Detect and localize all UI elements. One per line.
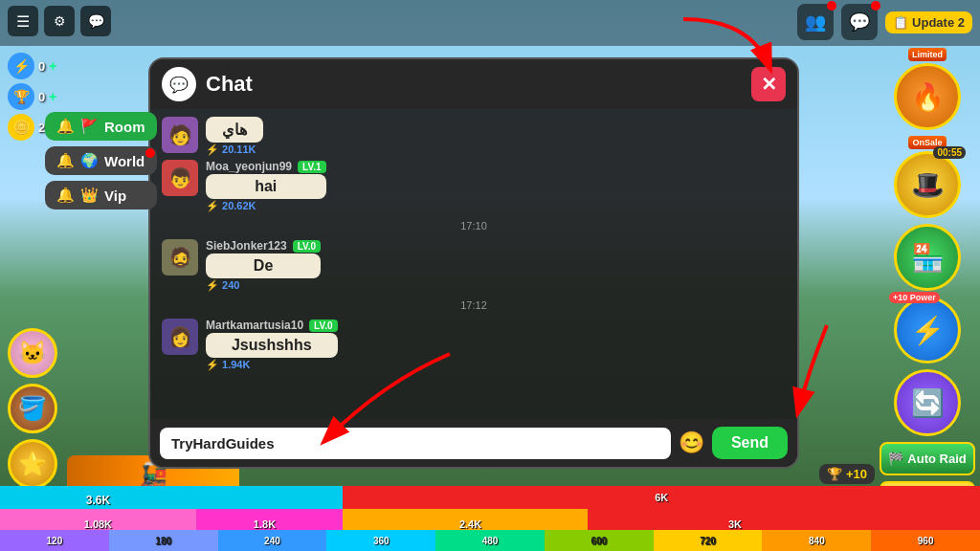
limited-circle[interactable]: 🔥 (894, 63, 961, 130)
bell-world: 🔔 (56, 152, 75, 169)
bar-seg-3-9: 960 (871, 530, 980, 551)
message-power-1: ⚡ 20.11K (206, 143, 263, 156)
timer-badge: 00:55 (933, 146, 966, 159)
char-avatar-1[interactable]: 🐱 (8, 328, 57, 378)
char-avatar-3[interactable]: ⭐ (8, 439, 57, 489)
tab-room[interactable]: 🔔 🚩 Room (45, 112, 157, 141)
bar-seg-3-3: 240 (218, 530, 327, 551)
tab-vip[interactable]: 🔔 👑 Vip (45, 181, 157, 209)
tab-world-label: World (104, 153, 145, 169)
bottom-bars: 6K 3.6K 120 180 240 360 480 600 720 840 … (0, 486, 980, 551)
message-content-4: Martkamartusia10 LV.0 Jsushshhs ⚡ 1.94K (206, 319, 338, 371)
coin-icon: 🪙 (8, 114, 34, 141)
message-meta-2: Moa_yeonjun99 LV.1 (206, 160, 326, 173)
bar-label-2-1: 1.08K (84, 518, 112, 530)
message-block-2: 👦 Moa_yeonjun99 LV.1 hai ⚡ 20.62K (162, 160, 786, 212)
chat-toggle-icon[interactable]: 💬 (841, 4, 878, 40)
tab-room-label: Room (104, 119, 145, 135)
level-badge-4: LV.0 (309, 320, 337, 332)
world-notif-dot (145, 148, 155, 158)
menu-icon[interactable]: ☰ (8, 6, 38, 36)
bar-seg-3-6: 600 (545, 530, 654, 551)
bar-seg-3-7: 720 (654, 530, 763, 551)
bar-seg-3-2: 180 (109, 530, 218, 551)
top-right-bar: 👥 💬 📋 Update 2 (797, 4, 972, 40)
power-circle[interactable]: ⚡ +10 Power (894, 297, 961, 364)
bar-seg-3-4: 360 (326, 530, 435, 551)
message-row-1: 🧑 هاي ⚡ 20.11K (162, 117, 786, 156)
message-block-4: 👩 Martkamartusia10 LV.0 Jsushshhs ⚡ 1.94… (162, 319, 786, 371)
shop-circle[interactable]: 🏪 (894, 224, 961, 291)
tab-vip-label: Vip (104, 187, 126, 204)
message-content-1: هاي ⚡ 20.11K (206, 117, 263, 156)
bar-seg-3-5: 480 (435, 530, 545, 551)
chat-panel: 💬 Chat ✕ 🔔 🚩 Room 🔔 🌍 World 🔔 👑 Vip 🧑 (148, 57, 799, 469)
chat-tabs: 🔔 🚩 Room 🔔 🌍 World 🔔 👑 Vip (45, 112, 157, 209)
timestamp-1712: 17:12 (162, 299, 786, 311)
chat-input-row: 😊 Send (150, 419, 797, 467)
power-container: ⚡ +10 Power (894, 297, 961, 364)
chat-messages-area[interactable]: 🧑 هاي ⚡ 20.11K 👦 Moa_yeonjun99 LV.1 hai … (150, 109, 797, 419)
username-2: Moa_yeonjun99 (206, 160, 292, 173)
bar-segment-1-1 (0, 486, 343, 509)
message-block-3: 🧔 SiebJonker123 LV.0 De ⚡ 240 (162, 239, 786, 292)
message-content-3: SiebJonker123 LV.0 De ⚡ 240 (206, 239, 321, 292)
bar-label-1-1: 3.6K (86, 494, 110, 507)
bar-segment-1-2: 6K (343, 486, 980, 509)
bar-row-2 (0, 509, 980, 530)
bar-segment-2-4 (588, 509, 980, 530)
speed-circle[interactable]: 🔄 (894, 369, 961, 436)
right-panel: Limited 🔥 OnSale 🎩 00:55 🏪 ⚡ +10 Power 🔄… (875, 0, 980, 551)
notification-icon[interactable]: 👥 (797, 4, 834, 40)
timestamp-1710: 17:10 (162, 220, 786, 231)
bar-label-2-3: 2.4K (459, 518, 481, 530)
bar-seg-3-1: 120 (0, 530, 109, 551)
room-icon: 🚩 (80, 118, 99, 135)
message-meta-3: SiebJonker123 LV.0 (206, 239, 321, 253)
trophy-value: 0 (38, 90, 45, 104)
avatar-2: 👦 (162, 160, 198, 196)
char-avatar-2[interactable]: 🪣 (8, 384, 57, 433)
lightning-icon: ⚡ (8, 53, 34, 79)
chat-close-button[interactable]: ✕ (751, 67, 786, 101)
message-row-4: 👩 Martkamartusia10 LV.0 Jsushshhs ⚡ 1.94… (162, 319, 786, 371)
message-power-2: ⚡ 20.62K (206, 200, 326, 212)
bar-label-2-2: 1.8K (254, 518, 276, 530)
bar-seg-3-8: 840 (762, 530, 871, 551)
onsale-container: OnSale 🎩 00:55 (894, 136, 961, 218)
auto-raid-button[interactable]: 🏁 Auto Raid (880, 442, 975, 475)
message-meta-4: Martkamartusia10 LV.0 (206, 319, 338, 332)
send-button[interactable]: Send (712, 427, 788, 459)
message-power-4: ⚡ 1.94K (206, 359, 338, 371)
bell-vip: 🔔 (56, 187, 75, 204)
chat-icon-top[interactable]: 💬 (80, 6, 111, 36)
tab-world[interactable]: 🔔 🌍 World (45, 146, 157, 175)
message-row-2: 👦 Moa_yeonjun99 LV.1 hai ⚡ 20.62K (162, 160, 786, 212)
bell-room: 🔔 (56, 118, 75, 135)
bar-label-2-4: 3K (728, 518, 742, 530)
trophy-icon: 🏆 (8, 83, 34, 110)
level-badge-2: LV.1 (298, 161, 325, 173)
emoji-button[interactable]: 😊 (679, 430, 704, 455)
bar-row-1: 6K (0, 486, 980, 509)
vip-icon: 👑 (80, 187, 99, 204)
chat-header: 💬 Chat ✕ (150, 59, 797, 109)
limited-label: Limited (908, 48, 947, 61)
trophy-plus[interactable]: + (49, 89, 56, 104)
username-3: SiebJonker123 (206, 239, 287, 253)
onsale-circle[interactable]: 🎩 00:55 (894, 151, 961, 218)
lightning-stat: ⚡ 0 + (8, 53, 79, 79)
message-row-3: 🧔 SiebJonker123 LV.0 De ⚡ 240 (162, 239, 786, 292)
message-text-2: hai (206, 174, 326, 199)
message-block-1: 🧑 هاي ⚡ 20.11K (162, 117, 786, 156)
chat-input-field[interactable] (160, 428, 671, 459)
update-badge[interactable]: 📋 Update 2 (885, 11, 972, 33)
settings-icon[interactable]: ⚙ (44, 6, 75, 36)
speed-container: 🔄 (894, 369, 961, 436)
level-badge-3: LV.0 (293, 240, 321, 253)
limited-container: Limited 🔥 (894, 48, 961, 130)
shop-container: 🏪 (894, 224, 961, 291)
trophy-stat: 🏆 0 + (8, 83, 79, 110)
lightning-plus[interactable]: + (49, 58, 56, 74)
username-4: Martkamartusia10 (206, 319, 303, 332)
